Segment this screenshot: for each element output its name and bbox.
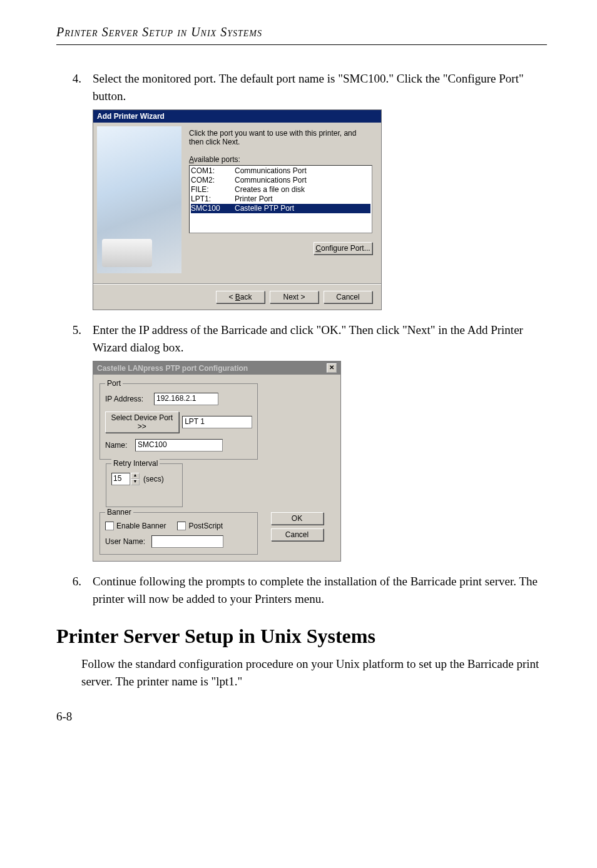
add-printer-wizard-dialog: Add Printer Wizard Click the port you wa… [93, 109, 382, 310]
retry-units-label: (secs) [143, 475, 164, 483]
configure-port-button[interactable]: Configure Port... [314, 242, 372, 255]
dialog1-instruction: Click the port you want to use with this… [189, 129, 372, 146]
step-4-text: Select the monitored port. The default p… [93, 70, 547, 104]
step-5-text: Enter the IP address of the Barricade an… [93, 321, 547, 356]
page-number: 6-8 [56, 710, 547, 724]
available-ports-label: Available ports: [189, 155, 372, 164]
step-5: 5. Enter the IP address of the Barricade… [56, 321, 547, 356]
postscript-checkbox[interactable]: PostScript [177, 522, 223, 530]
step-5-number: 5. [56, 321, 93, 356]
back-button[interactable]: < Back [216, 291, 265, 303]
section-paragraph: Follow the standard configuration proced… [81, 655, 547, 690]
port-row-com1[interactable]: COM1:Communications Port [191, 166, 370, 176]
step-6-number: 6. [56, 573, 93, 607]
config-cancel-button[interactable]: Cancel [271, 528, 324, 541]
port-row-com2[interactable]: COM2:Communications Port [191, 176, 370, 185]
dialog1-separator [93, 283, 381, 285]
banner-groupbox: Banner Enable Banner PostScript User Nam… [100, 512, 258, 555]
port-row-smc100[interactable]: SMC100Castelle PTP Port [191, 204, 370, 213]
spin-up-icon[interactable]: ▲ [131, 473, 140, 479]
close-icon[interactable]: ✕ [327, 363, 337, 373]
name-label: Name: [105, 441, 135, 450]
dialog2-title: Castelle LANpress PTP port Configuration [97, 364, 248, 373]
step-6: 6. Continue following the prompts to com… [56, 573, 547, 607]
device-port-input[interactable]: LPT 1 [182, 416, 252, 428]
port-row-lpt1[interactable]: LPT1:Printer Port [191, 194, 370, 204]
ip-address-input[interactable]: 192.168.2.1 [154, 393, 218, 405]
section-heading: Printer Server Setup in Unix Systems [56, 625, 547, 648]
ip-address-label: IP Address: [105, 395, 154, 403]
enable-banner-checkbox[interactable]: Enable Banner [105, 522, 166, 530]
cancel-button[interactable]: Cancel [324, 291, 372, 303]
retry-interval-stepper[interactable]: 15 ▲▼ [111, 473, 140, 485]
dialog2-titlebar: Castelle LANpress PTP port Configuration… [93, 361, 340, 375]
header-rule [56, 44, 547, 45]
port-group-title: Port [105, 379, 123, 388]
name-input[interactable]: SMC100 [135, 439, 223, 452]
banner-group-title: Banner [105, 508, 133, 517]
next-button[interactable]: Next > [270, 291, 319, 303]
user-name-label: User Name: [105, 537, 151, 546]
retry-interval-groupbox: Retry Interval 15 ▲▼ (secs) [106, 463, 183, 507]
select-device-port-button[interactable]: Select Device Port >> [105, 411, 179, 433]
step-4: 4. Select the monitored port. The defaul… [56, 70, 547, 104]
spin-down-icon[interactable]: ▼ [131, 479, 140, 485]
wizard-side-image [97, 126, 181, 273]
retry-group-title: Retry Interval [111, 459, 160, 468]
castelle-config-dialog: Castelle LANpress PTP port Configuration… [93, 361, 341, 562]
user-name-input[interactable] [151, 535, 223, 548]
ok-button[interactable]: OK [271, 512, 324, 525]
available-ports-listbox[interactable]: COM1:Communications Port COM2:Communicat… [189, 165, 372, 233]
retry-interval-value[interactable]: 15 [111, 473, 130, 485]
port-groupbox: Port IP Address: 192.168.2.1 Select Devi… [100, 383, 258, 460]
step-6-text: Continue following the prompts to comple… [93, 573, 547, 607]
page-running-header: Printer Server Setup in Unix Systems [56, 25, 547, 39]
step-4-number: 4. [56, 70, 93, 104]
dialog1-title: Add Printer Wizard [93, 110, 381, 123]
port-row-file[interactable]: FILE:Creates a file on disk [191, 185, 370, 194]
